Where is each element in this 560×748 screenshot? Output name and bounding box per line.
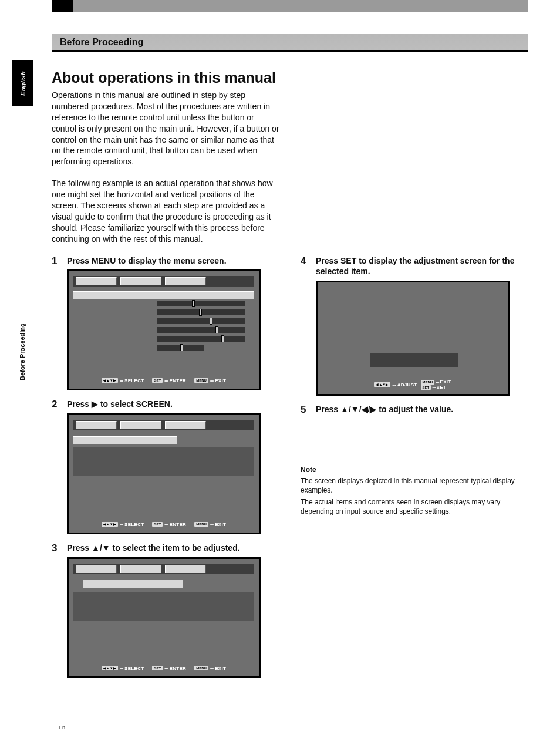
section-side-tab: Before Proceeding (19, 323, 26, 380)
hint-enter: ENTER (170, 666, 187, 671)
intro-paragraph-2: The following example is an actual opera… (52, 178, 279, 244)
note-paragraph-1: The screen displays depicted in this man… (301, 476, 528, 495)
osd-tab (165, 565, 206, 573)
osd-tab (120, 277, 161, 285)
osd-tab (120, 565, 161, 573)
nav-icon: ◀▲▼▶ (102, 378, 118, 383)
osd-row (73, 436, 177, 444)
step-3-title: Press ▲/▼ to select the item to be adjus… (67, 543, 279, 554)
hint-enter: ENTER (170, 522, 187, 527)
step-5-number: 5 (301, 404, 316, 416)
step-2: 2 Press ▶ to select SCREEN. (52, 399, 279, 534)
step-3-number: 3 (52, 543, 67, 678)
step-1: 1 Press MENU to display the menu screen. (52, 255, 279, 391)
osd-row (73, 291, 254, 299)
osd-tabs (73, 276, 254, 287)
hint-exit: EXIT (440, 379, 451, 385)
step-4-title: Press SET to display the adjustment scre… (316, 255, 528, 278)
section-header-title: Before Proceeding (60, 37, 143, 48)
osd-tab (165, 421, 206, 429)
hint-adjust: ADJUST (397, 382, 417, 388)
osd-tab (165, 277, 206, 285)
osd-tabs (73, 564, 254, 574)
language-tab: English (12, 60, 33, 106)
osd-tabs (73, 420, 254, 430)
language-tab-label: English (19, 71, 26, 96)
osd-row (83, 580, 183, 588)
footer-language: En (59, 725, 65, 730)
set-icon: SET (152, 378, 163, 383)
menu-icon: MENU (194, 522, 208, 527)
osd-tab (120, 421, 161, 429)
osd-tab (76, 421, 117, 429)
step-2-title: Press ▶ to select SCREEN. (67, 399, 279, 410)
step-2-screen: ◀▲▼▶•••SELECT SET•••ENTER MENU•••EXIT (67, 413, 261, 534)
menu-icon: MENU (194, 666, 208, 670)
step-4-screen: ◀▲▼▶•••ADJUST MENU•••EXIT SET•••SET (316, 281, 510, 396)
step-4: 4 Press SET to display the adjustment sc… (301, 255, 528, 396)
set-icon: SET (421, 385, 431, 390)
step-2-number: 2 (52, 399, 67, 534)
nav-icon: ◀▲▼▶ (374, 382, 390, 387)
osd-panel (73, 447, 254, 476)
hint-bar: ◀▲▼▶•••SELECT SET•••ENTER MENU•••EXIT (69, 520, 259, 529)
content: About operations in this manual Operatio… (52, 69, 528, 686)
step-3: 3 Press ▲/▼ to select the item to be adj… (52, 543, 279, 678)
top-strip-corner (52, 0, 73, 12)
column-left: 1 Press MENU to display the menu screen. (52, 255, 279, 687)
step-3-screen: ◀▲▼▶•••SELECT SET•••ENTER MENU•••EXIT (67, 557, 261, 678)
columns: 1 Press MENU to display the menu screen. (52, 255, 528, 687)
hint-enter: ENTER (170, 378, 187, 383)
column-right: 4 Press SET to display the adjustment sc… (301, 255, 528, 687)
step-4-number: 4 (301, 255, 316, 396)
osd-tab (76, 277, 117, 285)
step-5-title: Press ▲/▼/◀/▶ to adjust the value. (316, 404, 528, 415)
set-icon: SET (152, 522, 163, 527)
note-paragraph-2: The actual items and contents seen in sc… (301, 497, 528, 516)
set-icon: SET (152, 666, 163, 670)
nav-icon: ◀▲▼▶ (102, 666, 118, 670)
page-heading: About operations in this manual (52, 69, 528, 86)
hint-exit: EXIT (215, 522, 226, 527)
osd-value-box (370, 353, 458, 367)
hint-bar: ◀▲▼▶•••SELECT SET•••ENTER MENU•••EXIT (69, 376, 259, 385)
osd-panel (73, 592, 254, 621)
hint-select: SELECT (124, 522, 144, 527)
hint-exit: EXIT (215, 666, 226, 671)
intro-paragraph-1: Operations in this manual are outlined i… (52, 90, 279, 167)
hint-exit: EXIT (215, 378, 226, 383)
hint-select: SELECT (124, 666, 144, 671)
menu-icon: MENU (194, 378, 208, 383)
note-heading: Note (301, 466, 528, 474)
hint-bar: ◀▲▼▶•••ADJUST MENU•••EXIT SET•••SET (318, 380, 508, 389)
section-header: Before Proceeding (52, 34, 528, 52)
hint-set: SET (437, 385, 446, 390)
step-5: 5 Press ▲/▼/◀/▶ to adjust the value. (301, 404, 528, 416)
step-1-number: 1 (52, 255, 67, 391)
page: English Before Proceeding Before Proceed… (0, 0, 560, 748)
nav-icon: ◀▲▼▶ (102, 522, 118, 527)
top-strip (52, 0, 528, 12)
menu-icon: MENU (421, 380, 435, 385)
hint-select: SELECT (124, 378, 144, 383)
osd-tab (76, 565, 117, 573)
step-1-title: Press MENU to display the menu screen. (67, 255, 279, 267)
step-1-screen: ◀▲▼▶•••SELECT SET•••ENTER MENU•••EXIT (67, 269, 261, 390)
hint-bar: ◀▲▼▶•••SELECT SET•••ENTER MENU•••EXIT (69, 663, 259, 673)
